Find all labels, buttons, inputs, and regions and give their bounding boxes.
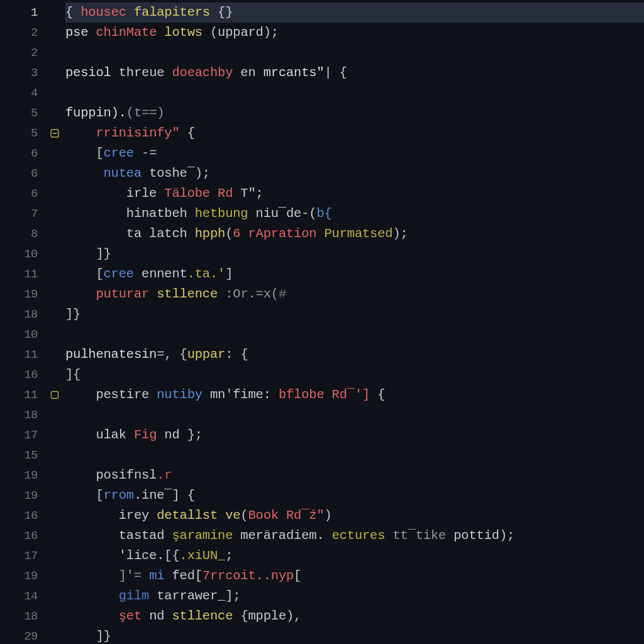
token: şet: [119, 609, 149, 623]
fold-minus-icon[interactable]: [50, 129, 59, 138]
code-area[interactable]: { housec falapiters {}pse chinMate lotws…: [65, 0, 644, 644]
token: ennent: [142, 267, 187, 281]
code-line[interactable]: [65, 325, 644, 345]
token: ),: [286, 609, 301, 623]
fold-slot: [49, 606, 65, 626]
code-line[interactable]: pesiol threue doeachby en mrcants"| {: [65, 63, 644, 83]
token: posifnsl: [65, 468, 157, 482]
code-line[interactable]: { housec falapiters {}: [65, 3, 644, 23]
token: .xiUN_: [180, 548, 226, 563]
code-line[interactable]: pulhenatesin=, {uppar: {: [65, 345, 644, 365]
token: gilm: [119, 589, 157, 603]
fold-slot: [49, 566, 65, 586]
token: stllence: [157, 287, 225, 301]
code-line[interactable]: [cree -=: [65, 143, 644, 164]
line-number: 29: [0, 626, 49, 644]
token: {: [187, 488, 195, 502]
token: şaramine: [172, 528, 240, 543]
token: {: [187, 126, 195, 140]
token: ;: [225, 548, 233, 563]
code-line[interactable]: tastad şaramine meräradiem. ectures tt¯t…: [65, 526, 644, 546]
line-number: 10: [0, 244, 49, 264]
code-line[interactable]: gilm tarrawer_];: [65, 586, 644, 606]
code-line[interactable]: [65, 445, 644, 465]
token: irey: [65, 508, 157, 523]
token: toshe¯: [149, 166, 195, 180]
fold-column: [49, 0, 65, 644]
code-line[interactable]: rrinisinfy" {: [65, 123, 644, 143]
fold-slot: [49, 304, 65, 325]
svg-rect-2: [52, 392, 58, 399]
token: chinMate: [96, 25, 164, 40]
token: {}: [218, 5, 233, 19]
token: housec: [80, 5, 134, 19]
code-line[interactable]: [rrom.ine¯] {: [65, 486, 644, 506]
line-number: 6: [0, 164, 49, 184]
line-number: 11: [0, 345, 49, 365]
token: ulak: [65, 428, 134, 442]
token: ]: [225, 267, 233, 281]
token: pestire: [65, 387, 157, 402]
token: en: [240, 65, 263, 80]
code-line[interactable]: ta latch hpph(6 rApration Purmatsed);: [65, 224, 644, 244]
token: ];: [225, 589, 240, 603]
code-line[interactable]: 'lice.[{.xiUN_;: [65, 546, 644, 566]
code-line[interactable]: ]{: [65, 365, 644, 385]
code-line[interactable]: pse chinMate lotws (uppard);: [65, 23, 644, 43]
code-line[interactable]: pestire nutiby mn'fime: bflobe Rd¯'] {: [65, 385, 644, 405]
code-line[interactable]: ]}: [65, 304, 644, 325]
code-line[interactable]: [65, 43, 644, 63]
token: fed[: [172, 569, 202, 583]
code-line[interactable]: hinatbeh hetbung niu¯de-(b{: [65, 204, 644, 224]
code-line[interactable]: [cree ennent.ta.']: [65, 264, 644, 284]
line-number: 7: [0, 204, 49, 224]
fold-slot: [49, 586, 65, 606]
token: (: [210, 25, 218, 40]
code-line[interactable]: fuppin).(t==): [65, 103, 644, 123]
token: ]{: [65, 367, 80, 382]
line-number: 17: [0, 546, 49, 566]
line-number: 3: [0, 63, 49, 83]
token: nutiby: [157, 387, 210, 402]
token: );: [392, 226, 408, 241]
code-line[interactable]: şet nd stllence {mpple),: [65, 606, 644, 626]
fold-slot: [49, 425, 65, 445]
token: detallst ve: [157, 508, 240, 523]
code-line[interactable]: posifnsl.r: [65, 465, 644, 486]
fold-slot: [49, 3, 65, 23]
code-line[interactable]: ]}: [65, 626, 644, 644]
fold-box-icon[interactable]: [50, 391, 59, 399]
line-number: 19: [0, 284, 49, 304]
token: :Or.=x(: [225, 287, 279, 301]
token: [65, 589, 119, 603]
token: [65, 609, 119, 623]
token: falapiters: [134, 5, 218, 19]
fold-slot: [49, 546, 65, 566]
code-line[interactable]: ulak Fig nd };: [65, 425, 644, 445]
fold-slot: [49, 63, 65, 83]
code-editor[interactable]: 1223455666781011191810111611181715191916…: [0, 0, 644, 644]
code-line[interactable]: irey detallst ve(Book Rd¯ź"): [65, 506, 644, 526]
code-line[interactable]: puturar stllence :Or.=x(#: [65, 284, 644, 304]
code-line[interactable]: ]}: [65, 244, 644, 264]
token: b{: [316, 206, 331, 221]
line-number: 19: [0, 465, 49, 486]
code-line[interactable]: [65, 83, 644, 103]
code-line[interactable]: irle Tälobe Rd T";: [65, 184, 644, 204]
fold-slot: [49, 264, 65, 284]
token: hetbung: [195, 206, 256, 221]
token: Purmatsed: [325, 226, 393, 241]
token: rrom: [104, 488, 134, 502]
token: stllence: [172, 609, 240, 623]
token: irle: [65, 186, 164, 201]
token: [{: [164, 548, 179, 563]
code-line[interactable]: ]'= mi fed[7rrcoit..nyp[: [65, 566, 644, 586]
token: };: [187, 428, 203, 442]
token: Fig: [134, 428, 164, 442]
code-line[interactable]: nutea toshe¯);: [65, 164, 644, 184]
line-number: 10: [0, 325, 49, 345]
token: ): [325, 508, 332, 523]
token: ta latch: [65, 226, 195, 241]
token: uppard: [218, 25, 264, 40]
code-line[interactable]: [65, 405, 644, 425]
